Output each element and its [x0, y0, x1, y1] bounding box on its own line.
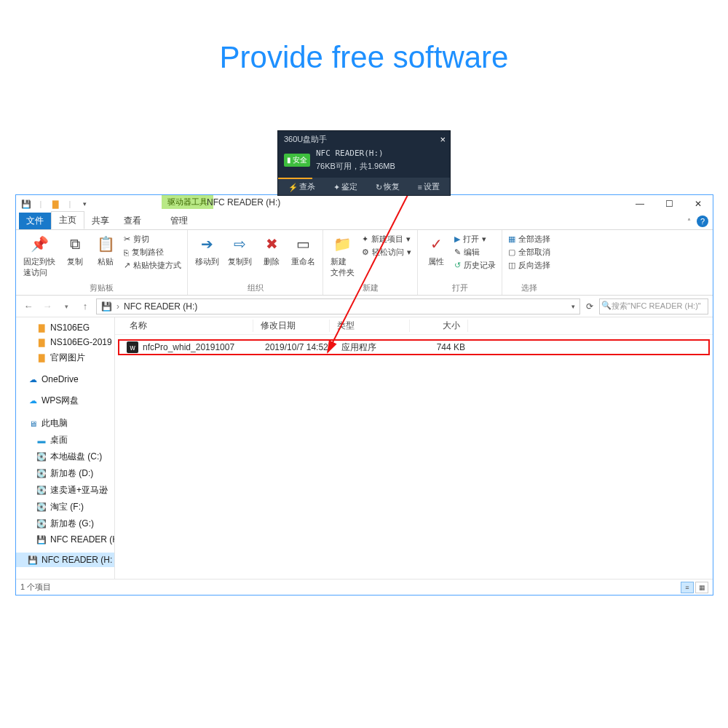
tree-folder[interactable]: ▇NS106EG [16, 320, 114, 335]
path-icon: ⎘ [124, 248, 129, 257]
drive-icon: 💽 [36, 452, 47, 462]
newfolder-icon: 📁 [332, 233, 354, 255]
tree-wps[interactable]: ☁WPS网盘 [16, 392, 114, 409]
folder-icon[interactable]: ▇ [50, 198, 61, 210]
copy-button[interactable]: ⧉ 复制 [63, 233, 87, 267]
edit-button[interactable]: ✎编辑 [454, 246, 496, 258]
new-folder-button[interactable]: 📁 新建 文件夹 [329, 233, 356, 278]
address-bar[interactable]: 💾 › NFC READER (H:) ▾ [96, 298, 580, 314]
usb-assistant-popup: 360U盘助手 × ▮ 安全 NFC READER(H:) 76KB可用，共1.… [277, 130, 451, 196]
popup-close-icon[interactable]: × [440, 134, 446, 145]
edit-icon: ✎ [454, 248, 461, 257]
file-type: 应用程序 [334, 341, 414, 354]
drive-icon: 💾 [20, 198, 32, 210]
file-row[interactable]: w nfcPro_whid_20191007 2019/10/7 14:52 应… [118, 339, 710, 355]
move-to-button[interactable]: ➔ 移动到 [194, 233, 221, 267]
tree-drive-h-root[interactable]: 💾NFC READER (H: [16, 553, 114, 567]
collapse-ribbon-icon[interactable]: ˄ [687, 218, 691, 226]
drive-tools-context-tab: 驱动器工具 [162, 195, 213, 209]
selectall-icon: ▦ [508, 234, 515, 244]
chevron-down-icon[interactable]: ▾ [571, 303, 575, 310]
tree-folder[interactable]: ▇官网图片 [16, 349, 114, 366]
maximize-button[interactable]: ☐ [654, 195, 684, 213]
nav-recent-dropdown[interactable]: ▾ [58, 303, 74, 310]
column-header-size[interactable]: 大小 [410, 320, 468, 332]
minimize-button[interactable]: — [625, 195, 654, 213]
popup-settings-button[interactable]: ≡设置 [417, 182, 439, 192]
folder-icon: ▇ [36, 338, 47, 347]
select-all-button[interactable]: ▦全部选择 [508, 233, 550, 245]
cloud-icon: ☁ [28, 375, 38, 384]
help-icon[interactable]: ? [697, 215, 708, 227]
rename-button[interactable]: ▭ 重命名 [290, 233, 317, 267]
history-button[interactable]: ↺历史记录 [454, 259, 496, 272]
select-none-button[interactable]: ▢全部取消 [508, 246, 550, 258]
usb-icon: 💾 [28, 555, 38, 565]
drive-icon: 💽 [36, 502, 47, 512]
history-icon: ↺ [454, 261, 461, 270]
copy-path-button[interactable]: ⎘复制路径 [124, 246, 181, 258]
tree-drive-d[interactable]: 💽新加卷 (D:) [16, 465, 114, 482]
tree-drive-h[interactable]: 💾NFC READER (H [16, 532, 114, 547]
invert-selection-button[interactable]: ◫反向选择 [508, 259, 550, 272]
phone-icon: ▮ [287, 156, 291, 164]
tree-thispc[interactable]: 🖥此电脑 [16, 415, 114, 432]
tab-share[interactable]: 共享 [84, 213, 116, 229]
new-item-button[interactable]: ✦新建项目 ▾ [362, 233, 411, 245]
tree-drive-f[interactable]: 💽淘宝 (F:) [16, 499, 114, 515]
column-header-type[interactable]: 类型 [330, 320, 410, 332]
folder-icon: ▇ [36, 323, 47, 333]
navigation-tree[interactable]: ▇NS106EG ▇NS106EG-2019 ▇官网图片 ☁OneDrive ☁… [16, 317, 115, 579]
selectnone-icon: ▢ [508, 248, 515, 257]
tree-drive-c[interactable]: 💽本地磁盘 (C:) [16, 448, 114, 465]
folder-icon: ▇ [36, 353, 47, 363]
copy-to-button[interactable]: ⇨ 复制到 [226, 233, 253, 267]
drive-icon: 💾 [101, 301, 112, 312]
copy-icon: ⧉ [64, 233, 86, 255]
paste-button[interactable]: 📋 粘贴 [93, 233, 118, 267]
column-header-date[interactable]: 修改日期 [253, 320, 330, 332]
popup-scan-button[interactable]: ⚡查杀 [288, 182, 315, 192]
status-text: 1 个项目 [20, 582, 51, 593]
tree-folder[interactable]: ▇NS106EG-2019 [16, 335, 114, 349]
view-icons-button[interactable]: ▦ [695, 582, 708, 593]
nav-up-button[interactable]: ↑ [77, 301, 93, 312]
tree-drive-e[interactable]: 💽速卖通+亚马逊 [16, 482, 114, 499]
easy-access-button[interactable]: ⚙轻松访问 ▾ [362, 246, 411, 258]
paste-shortcut-button[interactable]: ↗粘贴快捷方式 [124, 259, 181, 272]
popup-drive-info: NFC READER(H:) 76KB可用，共1.96MB [316, 148, 395, 172]
tree-onedrive[interactable]: ☁OneDrive [16, 372, 114, 387]
popup-restore-button[interactable]: ↻恢复 [376, 182, 400, 192]
tab-home[interactable]: 主页 [51, 211, 84, 229]
tab-file[interactable]: 文件 [19, 213, 51, 229]
close-button[interactable]: ✕ [684, 195, 713, 213]
ribbon-group-open: 打开 [424, 282, 496, 295]
pc-icon: 🖥 [28, 419, 38, 428]
refresh-button[interactable]: ⟳ [583, 301, 596, 312]
column-header-name[interactable]: 名称 [115, 320, 253, 332]
drive-icon: 💽 [36, 486, 47, 495]
tree-desktop[interactable]: ▬桌面 [16, 432, 114, 448]
nav-forward-button[interactable]: → [39, 301, 55, 312]
pin-to-quick-access-button[interactable]: 📌 固定到快 速访问 [22, 233, 57, 278]
delete-button[interactable]: ✖ 删除 [259, 233, 284, 267]
qat-dropdown-icon[interactable]: ▾ [79, 198, 90, 210]
ribbon-group-clipboard: 剪贴板 [22, 282, 181, 295]
view-details-button[interactable]: ≡ [681, 582, 694, 593]
tab-view[interactable]: 查看 [116, 213, 149, 229]
exe-icon: w [127, 341, 138, 353]
scissors-icon: ✂ [124, 234, 130, 244]
window-title: NFC READER (H:) [207, 197, 280, 207]
tab-manage[interactable]: 管理 [162, 213, 197, 229]
tree-drive-g[interactable]: 💽新加卷 (G:) [16, 515, 114, 532]
divider: | [35, 198, 47, 210]
delete-icon: ✖ [261, 233, 282, 255]
nav-back-button[interactable]: ← [20, 301, 36, 312]
popup-identify-button[interactable]: ✦鉴定 [333, 182, 357, 192]
open-icon: ▶ [454, 234, 460, 244]
search-input[interactable]: 搜索"NFC READER (H:)" [599, 298, 708, 314]
properties-button[interactable]: ✓ 属性 [424, 233, 448, 267]
open-button[interactable]: ▶打开 ▾ [454, 233, 496, 245]
cut-button[interactable]: ✂剪切 [124, 233, 181, 245]
ribbon: 📌 固定到快 速访问 ⧉ 复制 📋 粘贴 ✂剪切 ⎘复制路径 ↗粘贴快捷方式 剪… [16, 230, 713, 296]
